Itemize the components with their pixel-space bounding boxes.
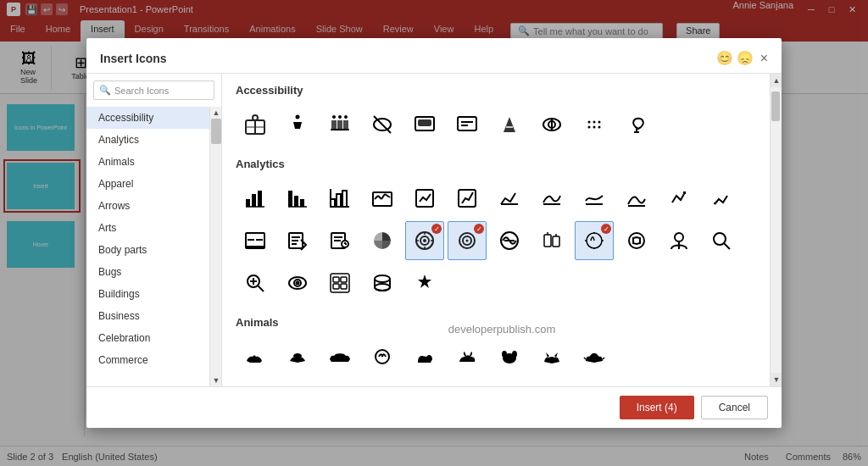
icon-cell[interactable] bbox=[575, 337, 614, 376]
svg-rect-96 bbox=[333, 284, 339, 289]
sidebar-scroll-down[interactable]: ▼ bbox=[210, 374, 221, 386]
icon-cell[interactable] bbox=[278, 337, 317, 376]
category-item-commerce[interactable]: Commerce bbox=[86, 349, 209, 371]
svg-rect-95 bbox=[341, 277, 347, 282]
icon-cell[interactable] bbox=[405, 179, 444, 218]
icon-cell-selected-3[interactable]: ✓ bbox=[575, 221, 614, 260]
icon-cell[interactable] bbox=[490, 105, 529, 144]
icon-area-scrollbar[interactable]: ▲ ▼ bbox=[770, 74, 782, 386]
icon-cell[interactable] bbox=[236, 105, 275, 144]
svg-rect-94 bbox=[333, 277, 339, 282]
icon-cell[interactable] bbox=[363, 221, 402, 260]
icon-cell[interactable] bbox=[320, 264, 359, 302]
icon-cell[interactable] bbox=[617, 179, 656, 218]
svg-line-43 bbox=[385, 194, 390, 197]
check-badge: ✓ bbox=[601, 224, 611, 234]
icon-cell[interactable] bbox=[448, 337, 487, 376]
svg-point-25 bbox=[598, 126, 601, 129]
icon-cell[interactable] bbox=[363, 105, 402, 144]
category-item-buildings[interactable]: Buildings bbox=[86, 283, 209, 305]
sad-emoji-btn[interactable]: 😞 bbox=[737, 50, 754, 66]
svg-point-21 bbox=[593, 121, 596, 124]
svg-point-7 bbox=[344, 115, 348, 119]
icon-cell[interactable] bbox=[236, 264, 275, 302]
icon-cell[interactable] bbox=[320, 337, 359, 376]
category-item-animals[interactable]: Animals bbox=[86, 151, 209, 173]
svg-rect-14 bbox=[458, 117, 476, 130]
category-item-apparel[interactable]: Apparel bbox=[86, 173, 209, 195]
insert-button[interactable]: Insert (4) bbox=[620, 396, 694, 419]
icon-cell[interactable] bbox=[448, 105, 487, 144]
scroll-down-arrow[interactable]: ▼ bbox=[771, 373, 782, 386]
svg-point-84 bbox=[714, 233, 726, 245]
happy-emoji-btn[interactable]: 😊 bbox=[716, 50, 733, 66]
svg-point-104 bbox=[502, 351, 507, 358]
emoji-buttons: 😊 😞 bbox=[716, 50, 754, 66]
icon-cell[interactable] bbox=[405, 337, 444, 376]
icon-cell[interactable] bbox=[490, 221, 529, 260]
svg-rect-31 bbox=[294, 196, 298, 207]
icon-cell-selected-1[interactable]: ✓ bbox=[405, 221, 444, 260]
icon-grid-analytics: ✓ ✓ bbox=[236, 179, 768, 302]
icon-cell[interactable] bbox=[702, 221, 741, 260]
category-item-arrows[interactable]: Arrows bbox=[86, 195, 209, 217]
icon-cell[interactable] bbox=[405, 264, 444, 302]
icon-cell[interactable] bbox=[448, 179, 487, 218]
sidebar-scroll-up[interactable]: ▲ bbox=[210, 107, 221, 119]
icon-cell[interactable] bbox=[659, 221, 698, 260]
section-animals: Animals bbox=[236, 316, 768, 376]
icon-cell[interactable] bbox=[363, 179, 402, 218]
icon-cell[interactable] bbox=[236, 337, 275, 376]
dialog-header: Insert Icons 😊 😞 × bbox=[86, 38, 782, 74]
icon-cell[interactable] bbox=[320, 221, 359, 260]
svg-point-69 bbox=[466, 240, 469, 242]
search-icon: 🔍 bbox=[99, 85, 111, 96]
sidebar-scrollbar[interactable]: ▲ ▼ bbox=[209, 107, 221, 386]
icon-cell[interactable] bbox=[532, 221, 571, 260]
icon-cell-selected-2[interactable]: ✓ bbox=[448, 221, 487, 260]
category-list: Accessibility Analytics Animals Apparel … bbox=[86, 107, 209, 386]
icon-cell[interactable] bbox=[363, 337, 402, 376]
category-item-analytics[interactable]: Analytics bbox=[86, 129, 209, 151]
icon-sidebar: 🔍 Search Icons Accessibility Analytics A… bbox=[86, 74, 222, 386]
icon-cell[interactable] bbox=[659, 179, 698, 218]
category-item-business[interactable]: Business bbox=[86, 305, 209, 327]
icon-cell[interactable] bbox=[236, 221, 275, 260]
icon-cell[interactable] bbox=[617, 221, 656, 260]
icon-cell[interactable] bbox=[405, 105, 444, 144]
icon-cell[interactable] bbox=[532, 179, 571, 218]
category-item-celebration[interactable]: Celebration bbox=[86, 327, 209, 349]
dialog-close-btn[interactable]: × bbox=[760, 52, 768, 65]
search-box[interactable]: 🔍 Search Icons bbox=[93, 80, 214, 100]
icon-cell[interactable] bbox=[532, 105, 571, 144]
icon-cell[interactable] bbox=[617, 105, 656, 144]
icon-cell[interactable] bbox=[278, 264, 317, 302]
category-item-accessibility[interactable]: Accessibility bbox=[86, 107, 209, 129]
icon-cell[interactable] bbox=[320, 105, 359, 144]
svg-rect-30 bbox=[288, 191, 292, 207]
icon-cell[interactable] bbox=[490, 337, 529, 376]
category-item-body-parts[interactable]: Body parts bbox=[86, 239, 209, 261]
svg-point-66 bbox=[423, 239, 426, 242]
icon-cell[interactable] bbox=[278, 179, 317, 218]
icon-cell[interactable] bbox=[702, 179, 741, 218]
svg-line-85 bbox=[724, 243, 730, 249]
icon-cell[interactable] bbox=[532, 337, 571, 376]
scroll-up-arrow[interactable]: ▲ bbox=[771, 74, 782, 87]
icon-cell[interactable] bbox=[575, 105, 614, 144]
category-item-bugs[interactable]: Bugs bbox=[86, 261, 209, 283]
svg-rect-26 bbox=[246, 199, 250, 207]
cancel-button[interactable]: Cancel bbox=[701, 396, 768, 419]
icon-cell[interactable] bbox=[363, 264, 402, 302]
svg-point-101 bbox=[293, 353, 302, 358]
icon-cell[interactable] bbox=[490, 179, 529, 218]
icon-cell[interactable] bbox=[236, 179, 275, 218]
scroll-track bbox=[771, 87, 782, 373]
svg-rect-32 bbox=[300, 199, 304, 207]
icon-cell[interactable] bbox=[320, 179, 359, 218]
svg-rect-8 bbox=[331, 129, 349, 130]
icon-cell[interactable] bbox=[575, 179, 614, 218]
icon-cell[interactable] bbox=[278, 221, 317, 260]
category-item-arts[interactable]: Arts bbox=[86, 217, 209, 239]
icon-cell[interactable] bbox=[278, 105, 317, 144]
